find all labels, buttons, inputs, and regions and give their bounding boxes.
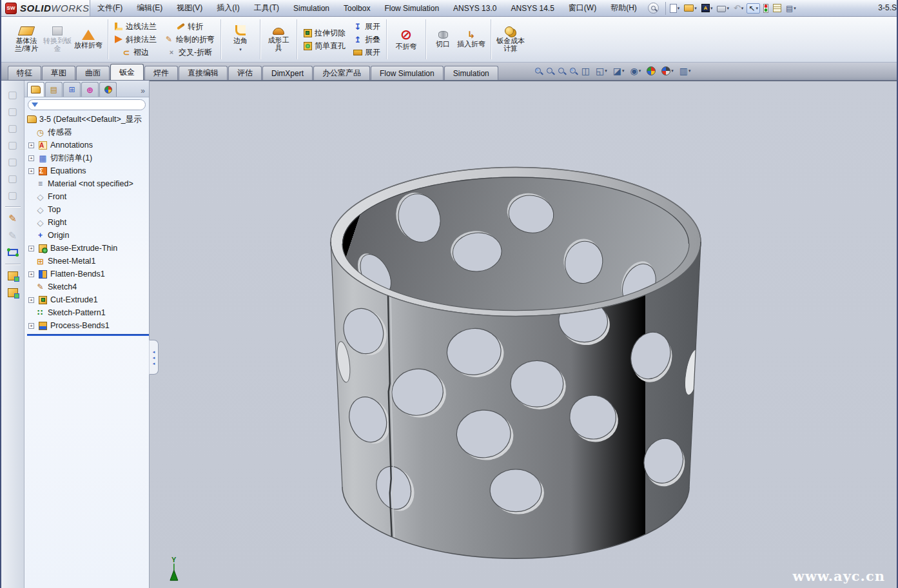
open-button[interactable]: ▾ <box>683 4 698 12</box>
section-view-icon[interactable]: ◫ <box>581 66 590 76</box>
forming-tool-button[interactable]: 成形工具 <box>264 26 293 53</box>
file-properties-button[interactable] <box>772 3 783 13</box>
tab-weldments[interactable]: 焊件 <box>144 66 178 80</box>
tree-item-equations[interactable]: + Σ Equations <box>27 164 149 177</box>
menu-insert[interactable]: 插入(I) <box>210 0 246 16</box>
tab-surfaces[interactable]: 曲面 <box>76 66 110 80</box>
miter-flange-button[interactable]: 斜接法兰 <box>112 34 159 46</box>
tree-filter-input[interactable] <box>28 99 146 110</box>
panel-splitter-handle[interactable]: ◂◂◂ <box>149 340 159 375</box>
sheet-metal-cost-button[interactable]: 钣金成本计算 <box>495 25 526 54</box>
save-button[interactable]: A▾ <box>700 3 714 13</box>
tab-evaluate[interactable]: 评估 <box>228 66 262 80</box>
tab-flow-simulation[interactable]: Flow Simulation <box>371 66 444 80</box>
view-orientation-icon[interactable]: ◱▾ <box>596 66 607 76</box>
lofted-bend-button[interactable]: 放样折弯 <box>73 28 104 50</box>
cross-break-button[interactable]: ×交叉-折断 <box>165 46 214 59</box>
rotate-view-icon[interactable] <box>570 68 576 74</box>
flatten-button[interactable]: 展开 <box>351 46 382 59</box>
tab-office-products[interactable]: 办公室产品 <box>313 66 370 80</box>
extrude-boss-icon[interactable] <box>6 269 20 283</box>
menu-simulation[interactable]: Simulation <box>286 0 337 16</box>
tree-item-origin[interactable]: + Origin <box>27 229 149 242</box>
tree-item-sketch-pattern1[interactable]: ∷ Sketch-Pattern1 <box>27 306 149 319</box>
menu-flow-simulation[interactable]: Flow Simulation <box>377 0 446 16</box>
graphics-viewport[interactable]: Y www.ayc.cn <box>150 81 897 588</box>
extrude-cut-icon[interactable] <box>6 286 20 300</box>
dimxpertmanager-tab[interactable]: ⊕ <box>81 82 99 97</box>
expand-toggle[interactable]: + <box>28 155 34 161</box>
menu-tools[interactable]: 工具(T) <box>247 0 286 16</box>
tree-item-material[interactable]: ≡ Material <not specified> <box>27 177 149 190</box>
convert-to-sheet-metal-button[interactable]: 转换到钣金 <box>42 25 73 54</box>
tab-sketch[interactable]: 草图 <box>42 66 75 80</box>
corner-button[interactable]: 边角 ▾ <box>225 24 256 55</box>
tree-item-process-bends1[interactable]: + Process-Bends1 <box>27 319 149 332</box>
tree-item-annotations[interactable]: + A Annotations <box>27 139 149 152</box>
tab-dimxpert[interactable]: DimXpert <box>262 66 313 80</box>
display-style-icon[interactable]: ◪▾ <box>613 66 625 76</box>
menu-file[interactable]: 文件(F) <box>90 0 130 16</box>
view-cube-icon[interactable]: ▢ <box>6 121 20 135</box>
convert-entities-icon[interactable] <box>6 245 20 259</box>
menu-ansys-13[interactable]: ANSYS 13.0 <box>446 0 503 16</box>
expand-toggle[interactable]: + <box>28 142 34 148</box>
tree-item-flatten-bends1[interactable]: + Flatten-Bends1 <box>27 268 149 280</box>
expand-toggle[interactable]: + <box>28 246 34 251</box>
edit-appearance-icon[interactable] <box>647 66 656 75</box>
view-cube-icon[interactable]: ▢ <box>6 188 20 202</box>
view-settings-icon[interactable]: ▥▾ <box>679 66 691 76</box>
base-flange-button[interactable]: 基体法兰/薄片 <box>11 25 42 54</box>
view-cube-icon[interactable]: ▢ <box>6 137 20 152</box>
rollback-bar[interactable] <box>27 334 149 336</box>
expand-toggle[interactable]: + <box>28 168 34 174</box>
menu-edit[interactable]: 编辑(E) <box>130 0 170 16</box>
configurationmanager-tab[interactable]: ⊞ <box>63 82 81 97</box>
tree-item-top-plane[interactable]: ◇ Top <box>27 203 149 216</box>
featuremanager-tree-tab[interactable] <box>27 82 44 97</box>
menu-view[interactable]: 视图(V) <box>170 0 210 16</box>
rip-button[interactable]: 切口 <box>430 30 456 49</box>
new-document-button[interactable]: ▾ <box>669 3 681 14</box>
view-cube-icon[interactable]: ▢ <box>6 154 20 168</box>
tab-sheet-metal[interactable]: 钣金 <box>110 64 144 80</box>
search-icon[interactable] <box>648 3 659 14</box>
tree-item-front-plane[interactable]: ◇ Front <box>27 190 149 203</box>
apply-scene-icon[interactable]: ▾ <box>661 66 674 75</box>
unfold-button[interactable]: ↧展开 <box>351 21 382 33</box>
menu-help[interactable]: 帮助(H) <box>603 0 644 16</box>
tree-item-base-extrude-thin[interactable]: + Base-Extrude-Thin <box>27 242 149 255</box>
options-button[interactable]: ▤▾ <box>785 3 797 14</box>
tree-item-sensors[interactable]: ◷ 传感器 <box>27 126 149 139</box>
zoom-previous-icon[interactable] <box>558 68 564 74</box>
zoom-to-fit-icon[interactable] <box>535 68 541 74</box>
propertymanager-tab[interactable]: ▤ <box>45 82 63 97</box>
hem-button[interactable]: ⊂褶边 <box>120 46 151 59</box>
rebuild-button[interactable] <box>762 3 770 14</box>
edge-flange-button[interactable]: 边线法兰 <box>112 21 159 33</box>
extruded-cut-button[interactable]: 拉伸切除 <box>301 27 347 39</box>
insert-bends-button[interactable]: ↳ 插入折弯 <box>456 30 487 49</box>
no-bends-button[interactable]: ⊘ 不折弯 <box>391 27 422 52</box>
tree-item-sheet-metal1[interactable]: ⊞ Sheet-Metal1 <box>27 255 149 268</box>
more-tabs-chevron[interactable]: » <box>141 86 148 97</box>
expand-toggle[interactable]: + <box>28 323 34 329</box>
add-sketch-icon[interactable]: ✎ <box>6 228 20 242</box>
hide-show-items-icon[interactable]: ◉▾ <box>630 66 641 76</box>
expand-toggle[interactable]: + <box>28 297 34 303</box>
print-button[interactable]: ▾ <box>716 3 730 13</box>
undo-button[interactable]: ↶▾ <box>732 3 745 14</box>
tree-item-cut-extrude1[interactable]: + Cut-Extrude1 <box>27 293 149 306</box>
menu-ansys-145[interactable]: ANSYS 14.5 <box>503 0 561 16</box>
expand-toggle[interactable]: + <box>28 271 34 277</box>
jog-button[interactable]: 转折 <box>174 21 205 33</box>
tree-item-cutlist[interactable]: + ▦ 切割清单(1) <box>27 152 149 164</box>
simple-hole-button[interactable]: 简单直孔 <box>301 40 347 52</box>
sketch-icon[interactable]: ✎ <box>6 211 20 226</box>
tree-root[interactable]: 3-5 (Default<<Default>_显示 <box>27 113 149 126</box>
menu-toolbox[interactable]: Toolbox <box>337 0 377 16</box>
select-button[interactable]: ↖▾ <box>747 3 760 14</box>
tab-features[interactable]: 特征 <box>8 66 41 80</box>
view-cube-icon[interactable]: ▢ <box>6 171 20 185</box>
menu-window[interactable]: 窗口(W) <box>561 0 603 16</box>
